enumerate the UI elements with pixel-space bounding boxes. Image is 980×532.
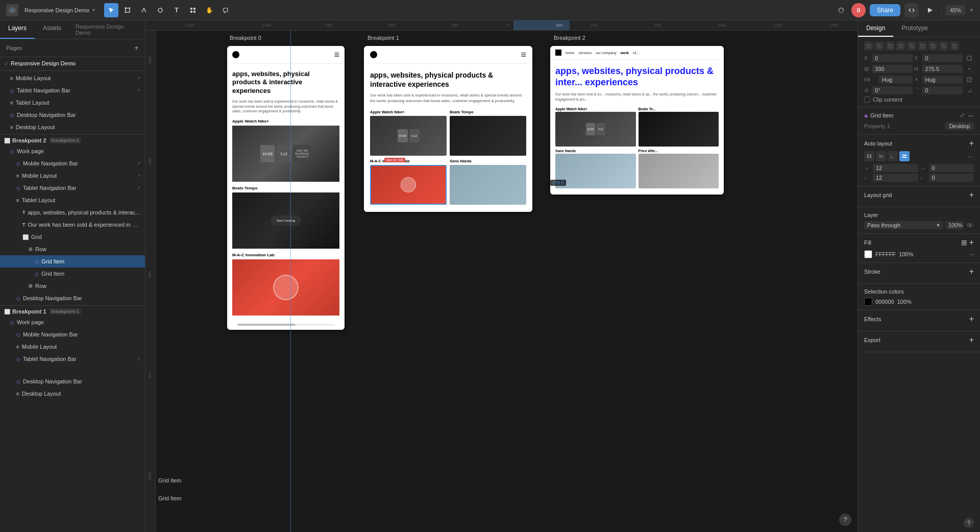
breakpoint-2-frame[interactable]: home services our company work cli... ap… bbox=[550, 46, 724, 195]
shape-tool[interactable] bbox=[153, 3, 167, 17]
layer-desktop-nav-1[interactable]: ◇ Desktop Navigation Bar bbox=[0, 109, 145, 121]
layer-tablet-layout-2[interactable]: ≡ Tablet Layout bbox=[0, 194, 145, 206]
clip-checkbox[interactable] bbox=[864, 96, 870, 103]
add-stroke-button[interactable]: + bbox=[969, 267, 974, 276]
corner-value[interactable]: 0 bbox=[922, 86, 963, 94]
align-top-icon[interactable]: ⬛ bbox=[896, 41, 905, 51]
comment-tool[interactable] bbox=[218, 3, 233, 17]
direction-icon-2[interactable] bbox=[876, 151, 886, 161]
add-export-button[interactable]: + bbox=[969, 335, 974, 345]
gap-h-value[interactable]: 12 bbox=[873, 164, 918, 172]
layer-row-1[interactable]: ⊞ Row bbox=[0, 243, 145, 255]
auto-layout-more-button[interactable]: ··· bbox=[968, 152, 974, 160]
fill-color-value[interactable]: FFFFFF bbox=[875, 251, 896, 257]
direction-icon-1[interactable] bbox=[864, 151, 874, 161]
link-dimensions-icon[interactable] bbox=[965, 64, 974, 74]
fill-type-button[interactable]: ⊞ bbox=[961, 238, 967, 247]
share-button[interactable]: Share bbox=[870, 4, 900, 16]
rotate-value[interactable]: 0° bbox=[872, 86, 913, 94]
component-tool[interactable] bbox=[186, 3, 200, 17]
frame-tool[interactable] bbox=[120, 3, 135, 17]
layer-desktop-layout-1[interactable]: ≡ Desktop Layout bbox=[0, 121, 145, 133]
layer-tablet-layout-1[interactable]: ≡ Tablet Layout bbox=[0, 96, 145, 109]
padding-right-value[interactable]: 0 bbox=[929, 164, 974, 172]
help-icon[interactable]: ? bbox=[964, 518, 974, 528]
pen-tool[interactable] bbox=[137, 3, 151, 17]
layer-mobile-layout-1[interactable]: ≡ Mobile Layout ↗ bbox=[0, 72, 145, 84]
align-center-h-icon[interactable]: ⬛ bbox=[875, 41, 884, 51]
grid-item-edit-icon[interactable] bbox=[958, 111, 966, 119]
add-page-button[interactable]: + bbox=[134, 43, 139, 53]
align-bottom-icon[interactable]: ⬛ bbox=[918, 41, 927, 51]
play-button[interactable] bbox=[923, 3, 937, 17]
user-avatar[interactable]: 0 bbox=[851, 3, 866, 17]
layer-grid-item-2[interactable]: ◇ Grid Item bbox=[0, 268, 145, 280]
zoom-control[interactable]: 45% bbox=[946, 5, 965, 15]
align-right-icon[interactable]: ⬛ bbox=[886, 41, 895, 51]
y-value[interactable]: 0 bbox=[922, 54, 963, 62]
page-name[interactable]: Responsive Design Demo bbox=[24, 7, 89, 13]
selection-color-swatch[interactable] bbox=[864, 298, 872, 306]
tab-design[interactable]: Design bbox=[858, 20, 893, 37]
breakpoint-1-frame[interactable]: ≡ apps, websites, physical products & in… bbox=[364, 46, 532, 212]
gap-v-value[interactable]: 12 bbox=[873, 174, 918, 182]
opacity-value[interactable]: 100% bbox=[945, 221, 964, 229]
fill-color-swatch[interactable] bbox=[864, 250, 872, 258]
blend-mode-dropdown[interactable]: Pass through ▼ bbox=[864, 221, 943, 229]
layer-mobile-nav-2[interactable]: ◇ Mobile Navigation Bar ↗ bbox=[0, 157, 145, 170]
breakpoint-2-header[interactable]: ⬜ Breakpoint 2 breakpoint-2 bbox=[0, 136, 145, 145]
h-value[interactable]: 275.5 bbox=[922, 65, 963, 73]
help-button[interactable]: ? bbox=[839, 514, 851, 526]
grid-item-more-button[interactable]: ··· bbox=[968, 111, 974, 119]
selection-color-value[interactable]: 000000 bbox=[875, 299, 894, 305]
layer-grid-item-1[interactable]: ◇ Grid Item bbox=[0, 255, 145, 268]
add-effects-button[interactable]: + bbox=[969, 315, 974, 324]
w-value[interactable]: 330 bbox=[872, 65, 913, 73]
aspect-ratio-icon[interactable] bbox=[965, 75, 974, 84]
add-layout-grid-button[interactable]: + bbox=[969, 190, 974, 200]
selection-color-opacity[interactable]: 100% bbox=[897, 299, 912, 305]
canvas-scroll[interactable]: Breakpoint 0 ≡ apps, websites, physical … bbox=[156, 31, 857, 532]
property-1-value[interactable]: Desktop bbox=[945, 122, 974, 130]
layer-tablet-nav-2[interactable]: ◇ Tablet Navigation Bar ↗ bbox=[0, 182, 145, 194]
layer-mobile-nav-1[interactable]: ◇ Mobile Navigation Bar bbox=[0, 328, 145, 341]
layer-mobile-layout-2[interactable]: ≡ Mobile Layout ↗ bbox=[0, 170, 145, 182]
layer-row-2[interactable]: ⊞ Row bbox=[0, 280, 145, 292]
distribute-h-icon[interactable]: ⬛ bbox=[928, 41, 938, 51]
code-view-button[interactable] bbox=[904, 3, 919, 17]
hand-tool[interactable]: ✋ bbox=[202, 3, 216, 17]
fill-value[interactable]: Hug bbox=[879, 76, 913, 84]
tidy-icon[interactable]: ⬛ bbox=[950, 41, 959, 51]
tab-assets[interactable]: Assets bbox=[35, 20, 69, 39]
layer-tablet-nav-1[interactable]: ◇ Tablet Navigation Bar ↗ bbox=[0, 84, 145, 96]
remove-fill-button[interactable]: − bbox=[970, 250, 974, 258]
distribute-v-icon[interactable]: ⬛ bbox=[939, 41, 948, 51]
audio-icon[interactable] bbox=[835, 4, 847, 16]
layer-work-page-2[interactable]: ◇ Work page bbox=[0, 145, 145, 157]
layer-text-title[interactable]: T apps, websites, physical products & in… bbox=[0, 206, 145, 219]
tab-prototype[interactable]: Prototype bbox=[893, 20, 936, 37]
layer-desktop-nav-2[interactable]: ◇ Desktop Navigation Bar bbox=[0, 292, 145, 304]
add-fill-button[interactable]: + bbox=[969, 238, 974, 247]
app-logo[interactable] bbox=[6, 4, 18, 16]
visibility-button[interactable] bbox=[966, 221, 974, 229]
layer-tablet-nav-3[interactable]: ◇ Tablet Navigation Bar ↗ bbox=[0, 353, 145, 365]
text-tool[interactable]: T bbox=[169, 3, 184, 17]
hug-value[interactable]: Hug bbox=[922, 76, 963, 84]
page-item-responsive[interactable]: ✓ Responsive Design Demo bbox=[0, 57, 145, 69]
direction-icon-3[interactable] bbox=[888, 151, 898, 161]
padding-bottom-value[interactable]: 0 bbox=[929, 174, 974, 182]
breakpoint-1-header[interactable]: ⬜ Breakpoint 1 breakpoint-1 bbox=[0, 307, 145, 316]
layer-text-desc[interactable]: T Our work has been sold & experienced i… bbox=[0, 219, 145, 231]
canvas[interactable]: -1325 -1000 -750 -500 -250 0 330 500 750… bbox=[145, 20, 857, 532]
zoom-dropdown-icon[interactable]: ▼ bbox=[969, 8, 974, 13]
layer-mobile-layout-3[interactable]: ≡ Mobile Layout bbox=[0, 341, 145, 353]
x-value[interactable]: 0 bbox=[872, 54, 913, 62]
align-left-icon[interactable]: ⬛ bbox=[864, 41, 873, 51]
add-auto-layout-button[interactable]: + bbox=[969, 139, 974, 148]
layer-grid[interactable]: ⬜ Grid bbox=[0, 231, 145, 243]
breakpoint-0-frame[interactable]: ≡ apps, websites, physical products & in… bbox=[227, 46, 345, 330]
constraint-icon[interactable] bbox=[965, 54, 974, 63]
fill-opacity-value[interactable]: 100% bbox=[899, 251, 913, 257]
tab-layers[interactable]: Layers bbox=[0, 20, 35, 39]
